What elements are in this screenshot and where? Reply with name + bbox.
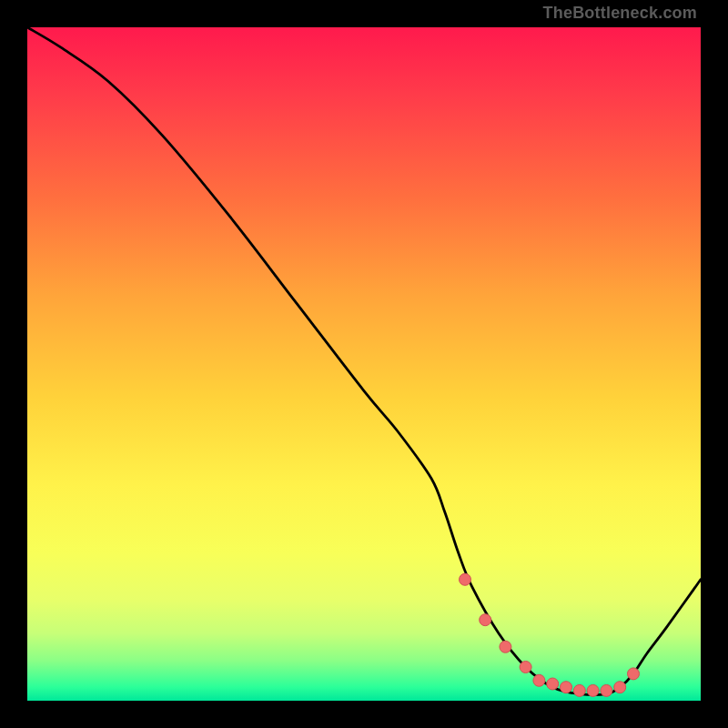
plot-area — [27, 27, 701, 701]
marker-dot — [547, 678, 559, 690]
chart-svg — [27, 27, 701, 701]
watermark-text: TheBottleneck.com — [543, 4, 697, 23]
marker-dot — [601, 684, 612, 696]
marker-dot — [573, 684, 585, 696]
marker-dot — [460, 573, 471, 585]
marker-dot — [500, 641, 511, 652]
marker-dot — [520, 662, 531, 673]
marker-dots-group — [460, 573, 640, 696]
curve-line — [27, 27, 701, 695]
marker-dot — [533, 674, 545, 686]
marker-dot — [561, 682, 572, 693]
marker-dot — [587, 684, 599, 696]
marker-dot — [628, 668, 640, 680]
marker-dot — [480, 614, 491, 626]
marker-dot — [614, 682, 626, 693]
